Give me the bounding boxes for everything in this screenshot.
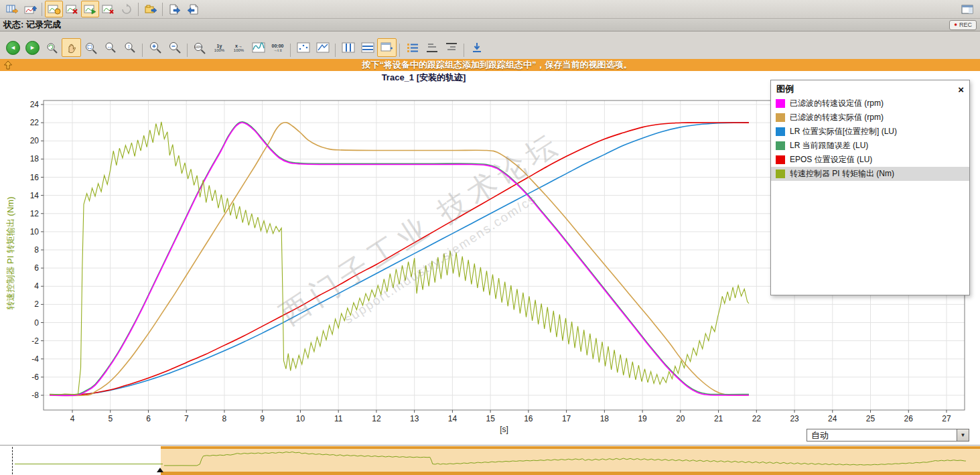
x-tick-label: 9 [260, 414, 265, 423]
y-tick-label: 2 [34, 299, 39, 309]
legend-header: 图例 × [771, 80, 969, 96]
x-tick-label: 10 [296, 414, 305, 423]
y-tick-label: -6 [31, 372, 39, 382]
overview-strip [0, 445, 980, 475]
overview-torque-curve [164, 452, 966, 466]
x-tick-label: 22 [752, 414, 762, 423]
x-tick-label: 13 [410, 414, 419, 423]
close-icon[interactable]: × [958, 84, 964, 94]
x-tick-label: 27 [942, 414, 951, 423]
x-tick-label: 6 [146, 414, 151, 423]
x-tick-label: 26 [904, 414, 914, 423]
y-tick-label: 24 [30, 100, 40, 109]
window-start-marker[interactable] [157, 468, 163, 472]
chevron-down-icon[interactable]: ▼ [957, 429, 969, 441]
legend-title: 图例 [776, 83, 794, 95]
y-tick-label: 6 [34, 263, 39, 273]
dropdown-value: 自动 [807, 429, 957, 442]
x-tick-label: 20 [676, 414, 685, 423]
color-swatch [776, 169, 785, 178]
trigger-marker-line [12, 447, 13, 474]
y-tick-label: -8 [31, 391, 39, 400]
color-swatch [776, 141, 785, 150]
x-tick-label: 18 [600, 414, 610, 423]
color-swatch [776, 113, 785, 122]
legend-panel: 图例 × 已滤波的转速设定值 (rpm) 已滤波的转速实际值 (rpm) LR … [770, 80, 970, 295]
legend-item-position-actual[interactable]: LR 位置实际值[位置控制] (LU) [771, 125, 969, 139]
x-tick-label: 11 [334, 414, 343, 423]
y-tick-label: 4 [34, 281, 39, 291]
x-tick-label: 15 [486, 414, 495, 423]
legend-item-following-error[interactable]: LR 当前跟随误差 (LU) [771, 139, 969, 153]
y-tick-label: 10 [30, 227, 40, 236]
color-swatch [776, 127, 785, 136]
x-tick-label: 16 [524, 414, 533, 423]
legend-item-position-setpoint[interactable]: EPOS 位置设定值 (LU) [771, 153, 969, 167]
x-tick-label: 23 [790, 414, 799, 423]
x-tick-label: 14 [448, 414, 458, 423]
x-tick-label: 12 [372, 414, 381, 423]
x-tick-label: 19 [638, 414, 647, 423]
x-tick-label: 17 [562, 414, 571, 423]
y-tick-label: 16 [30, 173, 40, 182]
x-tick-label: 5 [108, 414, 113, 423]
x-tick-label: 7 [184, 414, 189, 423]
y-tick-label: 20 [30, 136, 40, 145]
watermark: 西门子工业 技术论坛support.industry.siemens.com/c… [274, 125, 581, 354]
x-tick-label: 21 [714, 414, 723, 423]
overview-trace [0, 446, 980, 475]
y-tick-label: -2 [31, 336, 39, 346]
x-tick-label: 24 [828, 414, 837, 423]
legend-item-speed-setpoint[interactable]: 已滤波的转速设定值 (rpm) [771, 96, 969, 111]
display-mode-dropdown[interactable]: 自动 ▼ [807, 429, 969, 442]
legend-item-torque-output[interactable]: 转速控制器 PI 转矩输出 (Nm) [771, 167, 969, 181]
y-tick-label: 0 [34, 318, 39, 328]
trace-window: 状态: 记录完成 ● REC ◄ ► ↔ ↕ 100% 1y100% x→100… [0, 0, 980, 475]
y-tick-label: 12 [30, 209, 40, 218]
color-swatch [776, 99, 785, 108]
y-tick-label: 14 [30, 191, 40, 200]
y-tick-label: 8 [34, 245, 39, 255]
y-tick-label: 18 [30, 154, 40, 163]
x-tick-label: 8 [222, 414, 227, 423]
legend-item-speed-actual[interactable]: 已滤波的转速实际值 (rpm) [771, 111, 969, 125]
x-tick-label: 4 [70, 414, 75, 423]
y-tick-label: 22 [30, 118, 40, 127]
x-tick-label: 25 [866, 414, 876, 423]
y-tick-label: -4 [31, 354, 39, 364]
color-swatch [776, 155, 785, 164]
